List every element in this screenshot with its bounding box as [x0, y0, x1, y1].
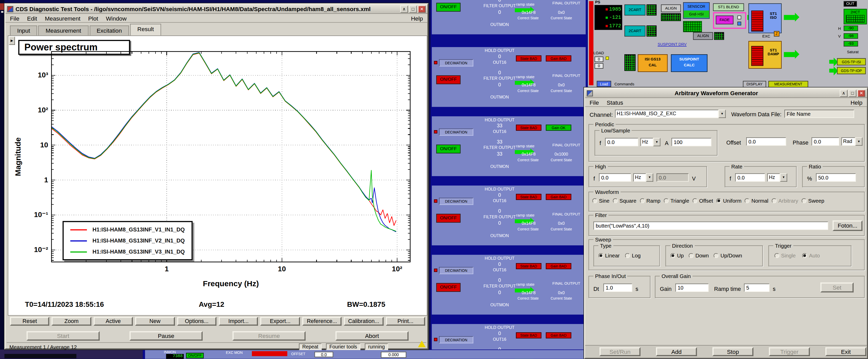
onoff-button[interactable]: ON/OFF	[186, 353, 204, 358]
st1-iso-block[interactable]: ST1 ISO	[748, 3, 782, 33]
close-button[interactable]: ✕	[858, 89, 865, 97]
commands-label[interactable]: Commands	[615, 82, 634, 86]
suspoint-calc-button[interactable]: SUSPOINT CALC	[671, 54, 707, 72]
ramp-time-field[interactable]: 5	[744, 283, 770, 292]
decimation-button[interactable]: DECIMATION	[439, 128, 473, 136]
onoff-button[interactable]: ON/OFF	[436, 76, 461, 84]
trigger-button[interactable]: Trigger	[769, 347, 810, 356]
tab-result[interactable]: Result	[130, 24, 161, 35]
cart-block[interactable]: 2CART	[624, 26, 645, 36]
cart-block[interactable]: 2CART	[624, 4, 645, 16]
radio-up-down[interactable]: Up/Down	[714, 252, 742, 259]
file-name-field[interactable]: File Name	[784, 110, 854, 118]
awg-menu-status[interactable]: Status	[607, 99, 623, 106]
senscor-block[interactable]: SENSCOR Gnd->ISI	[683, 2, 710, 19]
radio-arbitrary[interactable]: Arbitrary	[772, 198, 798, 204]
align-block[interactable]: ALIGN	[693, 32, 713, 40]
close-button[interactable]: ✕	[418, 5, 426, 12]
exit-button[interactable]: Exit	[825, 347, 866, 356]
gds-tp-iop-button[interactable]: GDS-TP-IOP	[837, 67, 866, 74]
readout-field[interactable]: 0.000	[381, 352, 406, 358]
filter-expression-field[interactable]: butter("LowPass",4,10)	[593, 221, 828, 230]
set-button[interactable]: Set	[820, 282, 854, 292]
dtt-menu-help[interactable]: Help	[411, 14, 423, 21]
high-frequency-field[interactable]: 0.0	[599, 173, 631, 182]
ratio-field[interactable]: 50.0	[816, 173, 856, 182]
onoff-button[interactable]: ON/OFF	[436, 3, 461, 11]
dropdown-arrow-icon[interactable]: ▼	[780, 173, 787, 182]
dtt-menu-edit[interactable]: Edit	[27, 14, 37, 21]
toolbar-active-button[interactable]: Active	[94, 317, 133, 326]
dropdown-arrow-icon[interactable]: ▼	[653, 138, 660, 146]
resize-grip-icon[interactable]	[418, 341, 426, 348]
set-run-button[interactable]: Set/Run	[599, 347, 640, 356]
spectrum-plot-svg[interactable]: 11010²10⁻²10⁻¹11010²10³Frequency (Hz)Mag…	[8, 36, 428, 316]
load-button[interactable]: Load	[597, 81, 611, 87]
offset-value[interactable]: 0.0	[314, 352, 333, 357]
toolbar-calibration-button[interactable]: Calibration...	[344, 317, 383, 326]
offset-field[interactable]: 0.0	[746, 137, 786, 146]
radio-up[interactable]: Up	[670, 252, 684, 259]
abort-button[interactable]: Abort	[335, 331, 408, 341]
stop-button[interactable]: Stop	[713, 347, 753, 356]
radio-sine[interactable]: Sine	[592, 198, 610, 204]
channel-select[interactable]: H1:ISI-HAM8_ISO_Z_EXC ▼	[615, 110, 726, 118]
onoff-button[interactable]: ON/OFF	[436, 214, 461, 222]
pause-button[interactable]: Pause	[129, 331, 203, 341]
low-frequency-field[interactable]: 0.0	[605, 138, 638, 146]
radio-ramp[interactable]: Ramp	[640, 198, 660, 204]
radio-normal[interactable]: Normal	[745, 198, 769, 204]
foton-button[interactable]: Foton...	[833, 220, 862, 231]
gds-tp-isi-button[interactable]: GDS-TP-ISI	[837, 58, 866, 65]
gain-field[interactable]: 10	[676, 283, 709, 292]
radio-auto[interactable]: Auto	[802, 252, 820, 259]
toolbar-options-button[interactable]: Options...	[177, 317, 216, 326]
minimize-button[interactable]: ∧	[840, 89, 847, 97]
toolbar-reset-button[interactable]: Reset	[10, 317, 50, 326]
dtt-menu-file[interactable]: File	[10, 14, 19, 21]
low-frequency-unit-select[interactable]: Hz ▼	[641, 138, 660, 146]
suspoint-drv-link[interactable]: SUSPOINT DRV	[658, 42, 687, 46]
decimation-button[interactable]: DECIMATION	[439, 59, 473, 66]
maximize-button[interactable]: □	[409, 5, 417, 12]
decimation-button[interactable]: DECIMATION	[439, 198, 473, 205]
radio-offset[interactable]: Offset	[692, 198, 713, 204]
display-button[interactable]: DISPLAY	[743, 81, 766, 87]
high-frequency-unit-select[interactable]: Hz ▼	[633, 173, 653, 182]
resume-button[interactable]: Resume	[232, 331, 306, 341]
tab-measurement[interactable]: Measurement	[38, 26, 88, 35]
toolbar-import-button[interactable]: Import...	[219, 317, 258, 326]
radio-single[interactable]: Single	[774, 252, 796, 259]
dropdown-arrow-icon[interactable]: ▼	[646, 173, 653, 182]
dtt-menu-plot[interactable]: Plot	[88, 14, 98, 21]
awg-menu-help[interactable]: Help	[850, 99, 863, 106]
st1-damp-block[interactable]: ST1 DAMP	[748, 41, 782, 69]
amplitude-field[interactable]: 100	[671, 138, 711, 146]
radio-down[interactable]: Down	[689, 252, 709, 259]
isi-gs13-cal-button[interactable]: ISI GS13 CAL	[638, 54, 668, 72]
decimation-button[interactable]: DECIMATION	[439, 267, 473, 274]
toolbar-new-button[interactable]: New	[135, 317, 175, 326]
measurement-button[interactable]: MEASUREMENT	[768, 81, 808, 87]
toolbar-reference-button[interactable]: Reference...	[302, 317, 342, 326]
toolbar-print-button[interactable]: Print...	[385, 317, 425, 326]
awg-titlebar[interactable]: Arbitrary Waveform Generator ∧ □ ✕	[585, 89, 867, 98]
maximize-button[interactable]: □	[849, 89, 857, 97]
dt-field[interactable]: 1.0	[603, 283, 632, 292]
rate-frequency-field[interactable]: 0.0	[735, 173, 765, 182]
dropdown-arrow-icon[interactable]: ▼	[855, 137, 862, 146]
tab-input[interactable]: Input	[10, 26, 37, 35]
radio-triangle[interactable]: Triangle	[664, 198, 689, 204]
start-button[interactable]: Start	[27, 331, 99, 341]
radio-log[interactable]: Log	[625, 252, 641, 259]
rate-unit-select[interactable]: Hz ▼	[767, 173, 787, 182]
phase-field[interactable]: 0.0	[811, 137, 839, 146]
tab-excitation[interactable]: Excitation	[89, 26, 129, 35]
radio-uniform[interactable]: Uniform	[716, 198, 741, 204]
onoff-button[interactable]: ON/OFF	[436, 145, 461, 153]
dtt-titlebar[interactable]: CDS Diagnostic Test Tools - /ligo/svncom…	[6, 4, 428, 14]
st1-blend-label[interactable]: ST1 BLEND	[713, 3, 744, 11]
decimation-button[interactable]: DECIMATION	[439, 336, 473, 343]
radio-sweep[interactable]: Sweep	[801, 198, 824, 204]
minimize-button[interactable]: ∧	[400, 5, 408, 12]
